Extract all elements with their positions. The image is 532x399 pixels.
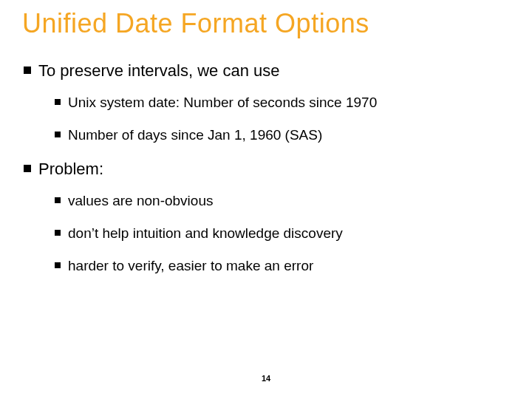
bullet-level1: To preserve intervals, we can use <box>24 61 510 81</box>
square-bullet-icon <box>24 66 31 74</box>
bullet-level2: don’t help intuition and knowledge disco… <box>55 225 510 242</box>
page-number: 14 <box>0 374 532 383</box>
bullet-level2: harder to verify, easier to make an erro… <box>55 257 510 275</box>
square-bullet-icon <box>55 99 61 105</box>
square-bullet-icon <box>55 230 61 236</box>
bullet-text: Unix system date: Number of seconds sinc… <box>68 94 377 112</box>
bullet-text: values are non-obvious <box>68 192 213 210</box>
bullet-text: To preserve intervals, we can use <box>38 61 280 81</box>
bullet-level2: values are non-obvious <box>55 192 510 210</box>
bullet-text: don’t help intuition and knowledge disco… <box>68 225 343 242</box>
bullet-text: Problem: <box>38 159 103 180</box>
square-bullet-icon <box>55 132 61 137</box>
slide: Unified Date Format Options To preserve … <box>0 0 532 399</box>
bullet-level2: Unix system date: Number of seconds sinc… <box>55 94 510 112</box>
bullet-level1: Problem: <box>24 159 510 180</box>
slide-title: Unified Date Format Options <box>22 9 510 38</box>
bullet-text: harder to verify, easier to make an erro… <box>68 257 313 275</box>
bullet-text: Number of days since Jan 1, 1960 (SAS) <box>68 126 322 144</box>
square-bullet-icon <box>55 197 61 203</box>
bullet-level2: Number of days since Jan 1, 1960 (SAS) <box>55 126 510 144</box>
square-bullet-icon <box>24 165 31 172</box>
square-bullet-icon <box>55 262 61 268</box>
